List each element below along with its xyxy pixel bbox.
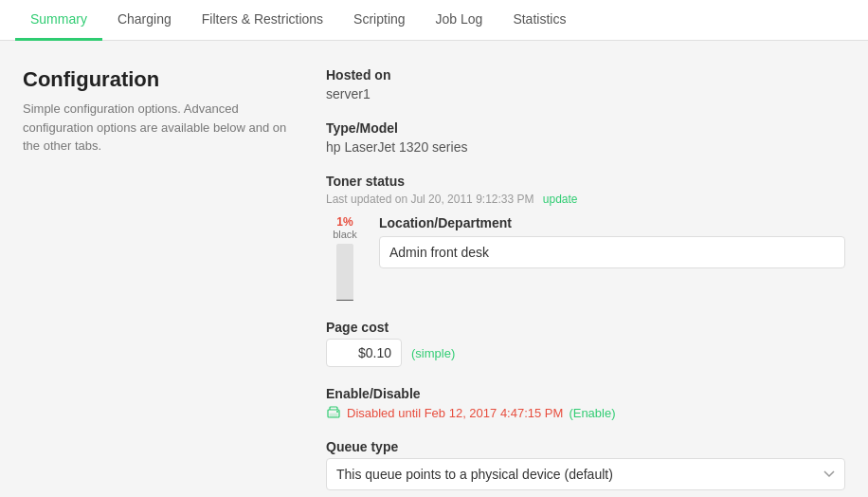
toner-bar-container: 1% black	[326, 215, 364, 301]
queue-type-label: Queue type	[326, 439, 845, 454]
enable-disable-label: Enable/Disable	[326, 386, 845, 401]
location-section: Location/Department	[379, 215, 845, 268]
printer-icon	[326, 405, 341, 420]
enable-link[interactable]: (Enable)	[569, 406, 615, 420]
page-cost-label: Page cost	[326, 320, 845, 335]
tab-joblog[interactable]: Job Log	[421, 0, 498, 41]
hosted-on-group: Hosted on server1	[326, 67, 845, 101]
toner-update-link[interactable]: update	[543, 193, 578, 206]
tab-bar: Summary Charging Filters & Restrictions …	[0, 0, 868, 41]
svg-rect-1	[330, 414, 337, 417]
simple-link[interactable]: (simple)	[411, 346, 455, 360]
type-model-group: Type/Model hp LaserJet 1320 series	[326, 120, 845, 155]
main-content: Configuration Simple configuration optio…	[0, 41, 868, 497]
tab-charging[interactable]: Charging	[102, 0, 187, 41]
page-cost-section: Page cost (simple)	[326, 320, 845, 367]
left-column: Configuration Simple configuration optio…	[23, 67, 288, 497]
toner-color-label: black	[333, 229, 357, 240]
page-description: Simple configuration options. Advanced c…	[23, 100, 288, 156]
location-label: Location/Department	[379, 215, 845, 230]
toner-row: 1% black Location/Department	[326, 215, 845, 301]
tab-filters[interactable]: Filters & Restrictions	[187, 0, 338, 41]
page-cost-row: (simple)	[326, 339, 845, 367]
disabled-status-text: Disabled until Feb 12, 2017 4:47:15 PM	[347, 406, 563, 420]
toner-section: Toner status Last updated on Jul 20, 201…	[326, 174, 845, 301]
hosted-on-label: Hosted on	[326, 67, 845, 83]
tab-statistics[interactable]: Statistics	[497, 0, 581, 41]
toner-percent: 1%	[336, 215, 353, 229]
toner-bar	[336, 244, 353, 301]
tab-scripting[interactable]: Scripting	[338, 0, 420, 41]
toner-last-updated: Last updated on Jul 20, 2011 9:12:33 PM	[326, 193, 534, 206]
tab-summary[interactable]: Summary	[15, 0, 102, 41]
type-model-value: hp LaserJet 1320 series	[326, 139, 845, 155]
toner-fill	[336, 300, 353, 301]
type-model-label: Type/Model	[326, 120, 845, 136]
queue-type-select[interactable]: This queue points to a physical device (…	[326, 458, 845, 490]
right-column: Hosted on server1 Type/Model hp LaserJet…	[326, 67, 845, 497]
page-title: Configuration	[23, 67, 288, 92]
page-cost-input[interactable]	[326, 339, 402, 367]
enable-section: Enable/Disable Disabled until Feb 12, 20…	[326, 386, 845, 420]
queue-type-section: Queue type This queue points to a physic…	[326, 439, 845, 490]
hosted-on-value: server1	[326, 86, 845, 101]
enable-row: Disabled until Feb 12, 2017 4:47:15 PM (…	[326, 405, 845, 420]
toner-meta: Last updated on Jul 20, 2011 9:12:33 PM …	[326, 193, 845, 206]
toner-status-label: Toner status	[326, 174, 845, 189]
location-input[interactable]	[379, 236, 845, 268]
svg-point-2	[336, 411, 338, 413]
